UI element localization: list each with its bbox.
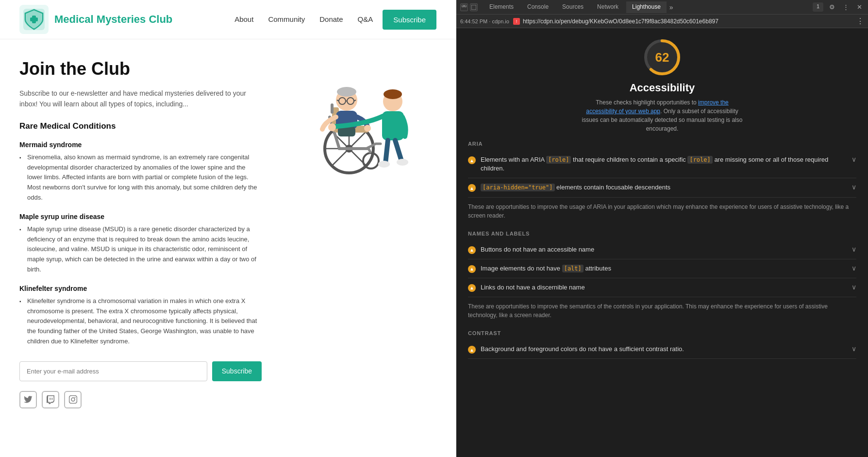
audit-item-left: ▲ [aria-hidden="true"] elements contain … bbox=[468, 183, 848, 192]
timestamp: 6:44:52 PM · cdpn.io bbox=[460, 18, 509, 24]
section-label-names: NAMES AND LABELS bbox=[468, 231, 856, 237]
condition-klinefelter: Klinefelter syndrome Klinefelter syndrom… bbox=[19, 285, 262, 347]
audit-item-left: ▲ Buttons do not have an accessible name bbox=[468, 245, 848, 254]
svg-point-32 bbox=[384, 89, 402, 99]
warning-icon: ▲ bbox=[468, 265, 476, 273]
audit-item-left: ▲ Background and foreground colors do no… bbox=[468, 345, 848, 354]
subscribe-button[interactable]: Subscribe bbox=[212, 361, 262, 381]
svg-point-22 bbox=[337, 87, 356, 97]
svg-point-29 bbox=[364, 125, 371, 132]
score-container: 62 Accessibility These checks highlight … bbox=[468, 38, 856, 133]
audit-item-aria-hidden[interactable]: ▲ [aria-hidden="true"] elements contain … bbox=[468, 178, 856, 197]
section-label-aria: ARIA bbox=[468, 141, 856, 147]
content-left: Join the Club Subscribe to our e-newslet… bbox=[19, 59, 262, 408]
condition-name-klinefelter: Klinefelter syndrome bbox=[19, 285, 262, 292]
svg-rect-3 bbox=[30, 17, 38, 21]
url-container: ! https://cdpn.io/pen/debug/KKebGwO/0d8e… bbox=[513, 18, 852, 25]
audit-item-left: ▲ Elements with an ARIA [role] that requ… bbox=[468, 155, 848, 173]
svg-point-36 bbox=[397, 159, 408, 166]
subscribe-form: Subscribe bbox=[19, 361, 262, 381]
svg-point-6 bbox=[74, 397, 75, 398]
warning-icon: ▲ bbox=[468, 284, 476, 292]
condition-list-maple: Maple syrup urine disease (MSUD) is a ra… bbox=[19, 224, 262, 275]
names-note: These are opportunities to improve the s… bbox=[468, 297, 856, 322]
audit-item-text: [aria-hidden="true"] elements contain fo… bbox=[481, 183, 848, 192]
audit-item-text: Image elements do not have [alt] attribu… bbox=[481, 264, 848, 273]
nav-link-donate[interactable]: Donate bbox=[319, 15, 343, 24]
favicon-icon: ! bbox=[513, 18, 520, 25]
condition-name-maple: Maple syrup urine disease bbox=[19, 213, 262, 220]
list-item: Klinefelter syndrome is a chromosomal va… bbox=[19, 296, 262, 347]
chevron-down-icon: ∨ bbox=[851, 345, 856, 353]
social-icons bbox=[19, 391, 262, 408]
more-tabs-icon[interactable]: » bbox=[669, 3, 673, 11]
email-input[interactable] bbox=[19, 361, 207, 381]
svg-rect-4 bbox=[69, 396, 77, 404]
nav-subscribe-button[interactable]: Subscribe bbox=[383, 10, 436, 30]
warning-icon: ▲ bbox=[468, 156, 476, 164]
nav-link-qa[interactable]: Q&A bbox=[358, 15, 373, 24]
audit-item-text: Elements with an ARIA [role] that requir… bbox=[481, 155, 848, 173]
score-value: 62 bbox=[655, 50, 669, 65]
hero-illustration bbox=[286, 59, 432, 180]
tab-sources[interactable]: Sources bbox=[556, 1, 589, 13]
more-options-icon[interactable]: ⋮ bbox=[841, 2, 851, 12]
tab-lighthouse[interactable]: Lighthouse bbox=[626, 1, 667, 13]
svg-point-5 bbox=[71, 398, 75, 401]
audit-item-buttons[interactable]: ▲ Buttons do not have an accessible name… bbox=[468, 240, 856, 259]
nav-link-community[interactable]: Community bbox=[268, 15, 305, 24]
responsive-icon[interactable] bbox=[470, 3, 478, 11]
audit-item-links[interactable]: ▲ Links do not have a discernible name ∨ bbox=[468, 278, 856, 297]
chevron-down-icon: ∨ bbox=[851, 155, 856, 163]
chevron-down-icon: ∨ bbox=[851, 264, 856, 272]
audit-item-left: ▲ Links do not have a discernible name bbox=[468, 283, 848, 292]
main-content: Join the Club Subscribe to our e-newslet… bbox=[0, 39, 456, 428]
svg-point-34 bbox=[328, 123, 336, 131]
audit-item-aria-role[interactable]: ▲ Elements with an ARIA [role] that requ… bbox=[468, 151, 856, 178]
accessibility-link[interactable]: improve the accessibility of your web ap… bbox=[586, 99, 729, 115]
notification-badge[interactable]: 1 bbox=[813, 2, 823, 12]
warning-icon: ▲ bbox=[468, 246, 476, 254]
instagram-icon[interactable] bbox=[64, 391, 82, 408]
audit-item-contrast[interactable]: ▲ Background and foreground colors do no… bbox=[468, 340, 856, 359]
warning-icon: ▲ bbox=[468, 346, 476, 354]
inspect-icon[interactable] bbox=[460, 3, 468, 11]
nav-link-about[interactable]: About bbox=[234, 15, 253, 24]
svg-point-35 bbox=[378, 161, 390, 168]
svg-rect-38 bbox=[465, 5, 467, 7]
nav-links: About Community Donate Q&A bbox=[234, 15, 373, 24]
audit-item-left: ▲ Image elements do not have [alt] attri… bbox=[468, 264, 848, 273]
aria-note: These are opportunities to improve the u… bbox=[468, 198, 856, 223]
section-label-contrast: CONTRAST bbox=[468, 330, 856, 336]
tab-network[interactable]: Network bbox=[591, 1, 624, 13]
list-item: Sirenomelia, also known as mermaid syndr… bbox=[19, 152, 262, 203]
close-icon[interactable]: ✕ bbox=[855, 2, 864, 12]
content-right bbox=[281, 59, 436, 408]
condition-list-mermaid: Sirenomelia, also known as mermaid syndr… bbox=[19, 152, 262, 203]
settings-icon[interactable]: ⚙ bbox=[827, 2, 837, 12]
chevron-down-icon: ∨ bbox=[851, 245, 856, 253]
score-description: These checks highlight opportunities to … bbox=[580, 98, 745, 133]
lighthouse-content: 62 Accessibility These checks highlight … bbox=[456, 28, 868, 457]
hero-title: Join the Club bbox=[19, 59, 262, 79]
condition-mermaid: Mermaid syndrome Sirenomelia, also known… bbox=[19, 141, 262, 203]
score-circle: 62 bbox=[643, 38, 682, 77]
chevron-down-icon: ∨ bbox=[851, 283, 856, 291]
devtools-urlbar: 6:44:52 PM · cdpn.io ! https://cdpn.io/p… bbox=[456, 15, 868, 28]
tab-console[interactable]: Console bbox=[521, 1, 554, 13]
nav-logo: Medical Mysteries Club bbox=[19, 5, 172, 34]
audit-item-text: Background and foreground colors do not … bbox=[481, 345, 848, 354]
audit-item-text: Links do not have a discernible name bbox=[481, 283, 848, 292]
twitch-icon[interactable] bbox=[42, 391, 59, 408]
url-menu-icon[interactable]: ⋮ bbox=[856, 17, 864, 26]
nav-logo-text: Medical Mysteries Club bbox=[54, 13, 172, 26]
audit-item-images[interactable]: ▲ Image elements do not have [alt] attri… bbox=[468, 259, 856, 278]
list-item: Maple syrup urine disease (MSUD) is a ra… bbox=[19, 224, 262, 275]
condition-list-klinefelter: Klinefelter syndrome is a chromosomal va… bbox=[19, 296, 262, 347]
twitter-icon[interactable] bbox=[19, 391, 37, 408]
svg-rect-39 bbox=[471, 5, 476, 10]
tab-elements[interactable]: Elements bbox=[484, 1, 519, 13]
svg-rect-37 bbox=[462, 5, 464, 7]
condition-name-mermaid: Mermaid syndrome bbox=[19, 141, 262, 149]
section-title: Rare Medical Conditions bbox=[19, 121, 262, 131]
